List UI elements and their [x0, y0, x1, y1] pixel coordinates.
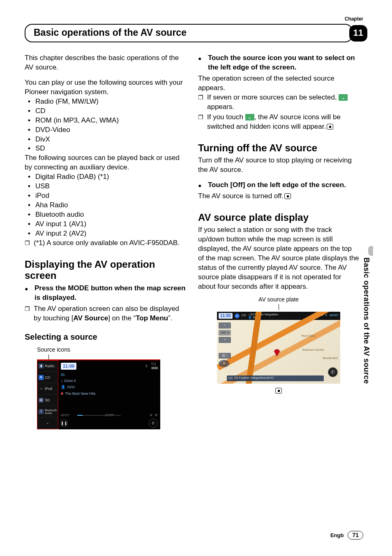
source-bluetooth[interactable]: ᛒBluetooth Audio [37, 406, 58, 417]
step-body: The operation screen of the selected sou… [198, 74, 359, 93]
heading-av-plate: AV source plate display [198, 212, 359, 223]
side-tab-title: Basic operations of the AV source [362, 257, 371, 384]
end-icon [275, 388, 282, 394]
repeat-icon[interactable]: ⟳ [155, 413, 158, 418]
bottom-text: 03 Further Integration/AVIC [234, 376, 274, 380]
side-tab: Basic operations of the AV source [361, 253, 371, 417]
step-title: Press the MODE button when the map scree… [35, 284, 185, 301]
turn-off-para: Turn off the AV source to stop playing o… [198, 156, 359, 175]
source-ipod[interactable]: ♪iPod [37, 383, 58, 395]
list-item: AV input 1 (AV1) [30, 220, 186, 229]
shuffle-icon[interactable]: ⤨ [150, 413, 152, 418]
album-row: The Best New Hits [61, 391, 158, 396]
note-icon: ♪ [248, 313, 250, 316]
intro-para-3: The following sources can be played back… [25, 153, 186, 172]
list-item: SD [30, 144, 186, 153]
eq-icon[interactable]: EQ▮▮▮▮ [151, 362, 158, 371]
callout-line [48, 354, 49, 359]
caption-av-plate: AV source plate [198, 296, 359, 303]
map-road [217, 312, 340, 370]
sources-list-1: Radio (FM, MW/LW) CD ROM (in MP3, AAC, W… [25, 97, 186, 154]
list-item: USB [30, 182, 186, 191]
person-icon: 👤 [248, 316, 252, 319]
screenshot-av-operation: ▮Radio ●CD ♪iPod ▤SD ᛒBluetooth Audio ⌄ … [37, 359, 160, 429]
zoom-out-button[interactable]: − [219, 322, 231, 329]
list-item: Aha Radio [30, 201, 186, 210]
side-tab-marker [368, 246, 373, 256]
phone-button[interactable]: ✆ [149, 419, 158, 428]
intro-para-2: You can play or use the following source… [25, 78, 186, 97]
note-seven-sources: If seven or more sources can be selected… [207, 93, 359, 112]
search-icon[interactable]: ⚲ [145, 364, 148, 368]
scale-indicator: 100 m [219, 330, 231, 336]
phone-button[interactable]: ✆ [328, 367, 338, 377]
content-columns: This chapter describes the basic operati… [25, 53, 359, 429]
language-code: Engb [330, 532, 344, 539]
page-footer: Engb 71 [330, 531, 363, 540]
cd-label: CD [228, 376, 233, 380]
album: The Best New Hits [65, 391, 96, 396]
clock: 11:00 [61, 363, 76, 370]
source-icons-sidebar: ▮Radio ●CD ♪iPod ▤SD ᛒBluetooth Audio ⌄ [37, 360, 58, 429]
cd-icon: ● [235, 313, 240, 318]
page-title: Basic operations of the AV source [25, 24, 353, 42]
map-left-controls: − 100 m + 2D ↑ ✦ [219, 322, 231, 367]
road-label: Avenue Hoche [302, 348, 324, 352]
duration: 00'00" [330, 313, 339, 318]
section-end [198, 386, 359, 396]
label: SD [45, 398, 50, 403]
end-icon [284, 193, 291, 199]
artist-row: 👤AVIC [61, 385, 158, 389]
cd-icon: ● [39, 375, 44, 380]
list-item: AV input 2 (AV2) [30, 229, 186, 239]
list-item: Digital Radio (DAB) (*1) [30, 172, 186, 182]
step-touch-source: Touch the source icon you want to select… [198, 53, 359, 72]
sources-list-2: Digital Radio (DAB) (*1) USB iPod Aha Ra… [25, 172, 186, 239]
heading-displaying-av: Displaying the AV operation screen [25, 259, 186, 281]
list-item: CD [30, 107, 186, 116]
step-press-mode: Press the MODE button when the map scree… [25, 284, 186, 303]
source-radio[interactable]: ▮Radio [37, 361, 58, 372]
list-item: Bluetooth audio [30, 210, 186, 220]
right-column: Touch the source icon you want to select… [198, 53, 359, 429]
source-sd[interactable]: ▤SD [37, 395, 58, 406]
disc-icon [61, 392, 63, 395]
end-icon [327, 124, 333, 130]
step-notes: If seven or more sources can be selected… [198, 93, 359, 132]
compass-button[interactable]: ✦ [219, 360, 229, 367]
text: The AV source is turned off. [198, 192, 284, 200]
step-note: The AV operation screen can also be disp… [34, 304, 186, 323]
label: Radio [45, 364, 55, 368]
intro-para-1: This chapter describes the basic operati… [25, 53, 186, 72]
progress-row: 00'21" 02'55" ⤨ ⟳ [61, 413, 158, 418]
zoom-in-button[interactable]: + [219, 337, 231, 343]
heading-selecting-source: Selecting a source [25, 331, 186, 343]
source-cd[interactable]: ●CD [37, 372, 58, 383]
pause-button[interactable]: ❚❚ [61, 420, 67, 426]
screenshot-map-plate: 11:00 ● CD ♪ 03 Further Integration 👤 AV… [217, 312, 340, 384]
text: If you touch [207, 113, 245, 121]
step-note-list: The AV operation screen can also be disp… [25, 304, 186, 323]
label: iPod [45, 386, 52, 391]
source-more-chevron[interactable]: ⌄ [37, 417, 58, 429]
label: CD [45, 375, 50, 380]
control-row: ❚❚ ✆ [61, 419, 158, 428]
step-title: Touch [Off] on the left edge of the scre… [208, 181, 346, 189]
list-item: iPod [30, 191, 186, 201]
bold-av-source: AV Source [73, 314, 108, 322]
bold-top-menu: Top Menu [136, 314, 168, 322]
av-main-panel: 11:00 ⚲ EQ▮▮▮▮ 01 ♪Drive it 👤AVIC The Be… [58, 360, 160, 429]
page-header: Chapter Basic operations of the AV sourc… [25, 16, 367, 42]
title-row: Basic operations of the AV source 11 [25, 24, 367, 42]
track: 03 Further Integration [251, 313, 278, 316]
list-item: DivX [30, 135, 186, 144]
left-column: This chapter describes the basic operati… [25, 53, 186, 429]
bluetooth-icon: ᛒ [39, 409, 44, 414]
step-touch-off: Touch [Off] on the left edge of the scre… [198, 181, 359, 190]
list-item: ROM (in MP3, AAC, WMA) [30, 116, 186, 125]
view-2d-button[interactable]: 2D ↑ [219, 353, 231, 358]
progress-bar[interactable] [77, 415, 121, 416]
page-number: 71 [348, 531, 363, 540]
road-label: Rue Daru [302, 334, 316, 338]
note-icon: ♪ [61, 378, 63, 383]
